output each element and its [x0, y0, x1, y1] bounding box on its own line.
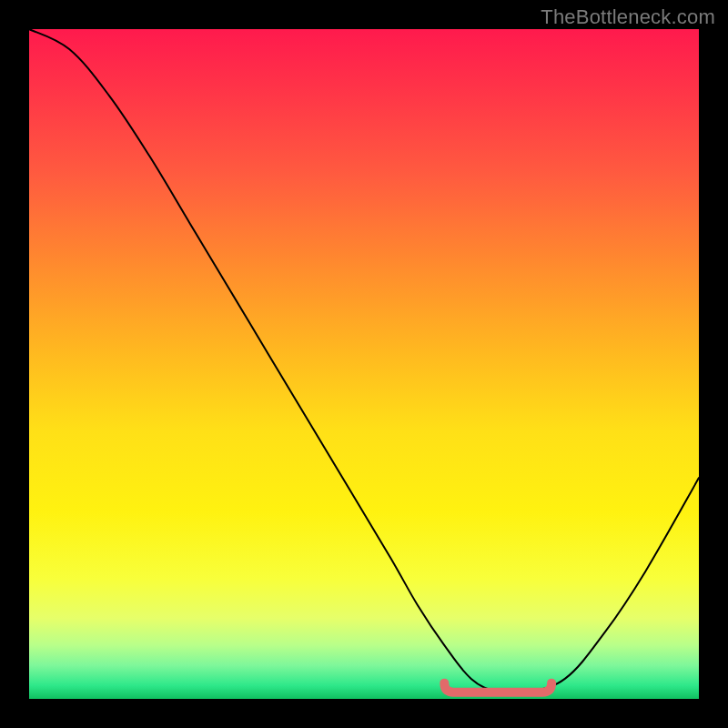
- flat-region-marker: [29, 29, 699, 699]
- chart-frame: TheBottleneck.com: [0, 0, 728, 728]
- plot-area: [29, 29, 699, 699]
- bottleneck-curve: [29, 29, 699, 699]
- watermark-text: TheBottleneck.com: [541, 5, 715, 29]
